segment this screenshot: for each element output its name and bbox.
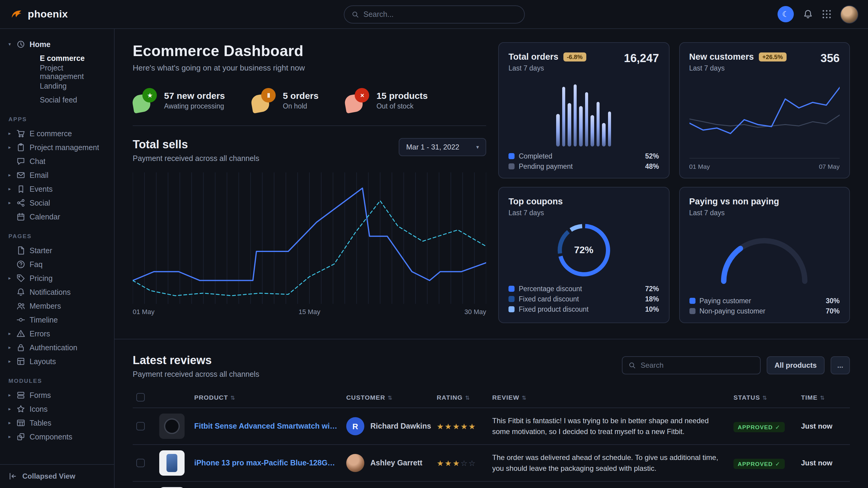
sidebar-subitem-landing[interactable]: Landing [7, 79, 107, 93]
sidebar-item-starter[interactable]: Starter [7, 243, 107, 257]
calendar-icon [16, 212, 25, 221]
card-top-coupons: Top coupons Last 7 days 72% Percentage d… [498, 187, 669, 323]
pause-icon: II [261, 88, 276, 102]
sidebar-item-calendar[interactable]: Calendar [7, 210, 107, 224]
total-sells-header: Total sells Payment received across all … [133, 138, 486, 163]
global-search-input[interactable] [364, 10, 517, 19]
question-icon [16, 260, 25, 269]
customer-cell[interactable]: RRichard Dawkins [346, 417, 430, 435]
sidebar-item-errors[interactable]: ▸Errors [7, 327, 107, 340]
chevron-down-icon: ▾ [476, 144, 479, 150]
sidebar-item-members[interactable]: Members [7, 299, 107, 313]
sidebar-item-project-management[interactable]: ▸Project management [7, 140, 107, 154]
row-checkbox[interactable] [136, 422, 145, 430]
sidebar-item-events[interactable]: ▸Events [7, 182, 107, 196]
paying-gauge-chart [689, 217, 840, 297]
brand[interactable]: phoenix [10, 7, 115, 21]
date-range-select[interactable]: Mar 1 - 31, 2022 ▾ [399, 138, 486, 156]
layout-icon [16, 357, 25, 366]
chevron-right-icon: ▸ [7, 172, 12, 178]
sidebar-section-label: APPS [8, 116, 107, 122]
row-checkbox[interactable] [136, 459, 145, 467]
sort-icon: ⇅ [763, 395, 767, 401]
all-products-button[interactable]: All products [767, 356, 825, 375]
rating-stars: ★★★☆☆ [437, 458, 485, 467]
cart-icon [16, 129, 25, 138]
main-content: Ecommerce Dashboard Here's what's going … [115, 29, 868, 488]
apps-grid-button[interactable] [822, 10, 831, 19]
sidebar-item-authentication[interactable]: ▸Authentication [7, 340, 107, 355]
legend-item: Fixed card discount18% [508, 295, 659, 303]
stat-orders-on-hold: II 5 orders On hold [251, 88, 318, 112]
chevron-right-icon: ▸ [7, 131, 12, 136]
sidebar-section-label: PAGES [8, 233, 107, 239]
column-header-customer[interactable]: CUSTOMER⇅ [343, 388, 433, 408]
star-filled-icon: ★ [444, 422, 453, 431]
sidebar-item-tables[interactable]: ▸Tables [7, 416, 107, 430]
star-empty-icon: ☆ [468, 458, 476, 467]
check-icon: ✓ [775, 423, 780, 430]
customer-name: Ashley Garrett [370, 459, 422, 467]
sidebar-item-label: Layouts [30, 357, 56, 366]
puzzle-icon [16, 432, 25, 441]
star-filled-icon: ★ [453, 458, 461, 467]
reviews-search[interactable] [622, 356, 761, 375]
order-bar [568, 103, 571, 147]
paying-legend: Paying customer30%Non-paying customer70% [689, 297, 840, 315]
notifications-button[interactable] [803, 9, 813, 19]
chevron-right-icon: ▸ [7, 275, 12, 281]
sidebar-subitem-e-commerce[interactable]: E commerce [7, 51, 107, 65]
chevron-right-icon: ▸ [7, 345, 12, 350]
total-sells-title: Total sells [133, 138, 259, 151]
coupons-legend: Percentage discount72%Fixed card discoun… [508, 285, 659, 313]
column-header-rating[interactable]: RATING⇅ [433, 388, 489, 408]
legend-value: 30% [826, 297, 840, 304]
global-search[interactable] [343, 5, 525, 23]
sidebar-item-e-commerce[interactable]: ▸E commerce [7, 127, 107, 140]
user-avatar[interactable] [840, 5, 858, 23]
tag-icon [16, 274, 25, 283]
sort-icon: ⇅ [230, 395, 235, 401]
sidebar-item-forms[interactable]: ▸Forms [7, 388, 107, 402]
customer-cell[interactable]: Ashley Garrett [346, 454, 430, 472]
axis-label: 07 May [819, 163, 840, 170]
sidebar-subitem-social-feed[interactable]: Social feed [7, 93, 107, 107]
chevron-right-icon: ▸ [7, 200, 12, 205]
sidebar-item-email[interactable]: ▸Email [7, 168, 107, 182]
users-icon [16, 301, 25, 311]
column-header-time[interactable]: TIME⇅ [798, 388, 850, 408]
grid-icon [822, 10, 831, 19]
more-options-button[interactable]: ... [831, 356, 850, 375]
sidebar-item-layouts[interactable]: ▸Layouts [7, 355, 107, 368]
column-header-product[interactable]: PRODUCT⇅ [191, 388, 343, 408]
product-link[interactable]: iPhone 13 pro max-Pacific Blue-128GB sto… [194, 459, 339, 467]
sidebar-item-components[interactable]: ▸Components [7, 430, 107, 444]
sidebar-item-social[interactable]: ▸Social [7, 196, 107, 210]
sidebar-item-notifications[interactable]: Notifications [7, 285, 107, 299]
collapsed-view-toggle[interactable]: Collapsed View [0, 464, 114, 488]
sidebar-subitem-project-management[interactable]: Project management [7, 65, 107, 79]
reviews-search-input[interactable] [641, 361, 754, 369]
chevron-down-icon: ▾ [7, 42, 12, 47]
select-all-checkbox[interactable] [136, 393, 145, 401]
reviews-subtitle: Payment received across all channels [133, 370, 259, 379]
sidebar-item-faq[interactable]: Faq [7, 257, 107, 271]
sidebar-item-label: Chat [30, 157, 45, 165]
sidebar-item-icons[interactable]: ▸Icons [7, 402, 107, 416]
out-of-stock-x-icon: × [345, 88, 369, 112]
sidebar-item-label: Components [30, 432, 72, 441]
column-header-review[interactable]: REVIEW⇅ [489, 388, 730, 408]
sidebar-item-home[interactable]: ▾ Home [7, 37, 107, 51]
chevron-right-icon: ▸ [7, 392, 12, 398]
theme-toggle-button[interactable]: ☾ [777, 6, 794, 22]
stats-row: ★ 57 new orders Awating processing II [133, 88, 486, 112]
column-header-status[interactable]: STATUS⇅ [730, 388, 798, 408]
sidebar-item-chat[interactable]: Chat [7, 154, 107, 168]
lock-icon [16, 343, 25, 352]
sidebar-item-pricing[interactable]: ▸Pricing [7, 271, 107, 285]
chevron-right-icon: ▸ [7, 434, 12, 440]
new-orders-star-icon: ★ [133, 88, 157, 112]
sidebar-item-timeline[interactable]: Timeline [7, 313, 107, 327]
dashboard-left-column: Ecommerce Dashboard Here's what's going … [133, 42, 486, 323]
product-link[interactable]: Fitbit Sense Advanced Smartwatch with To… [194, 422, 339, 430]
